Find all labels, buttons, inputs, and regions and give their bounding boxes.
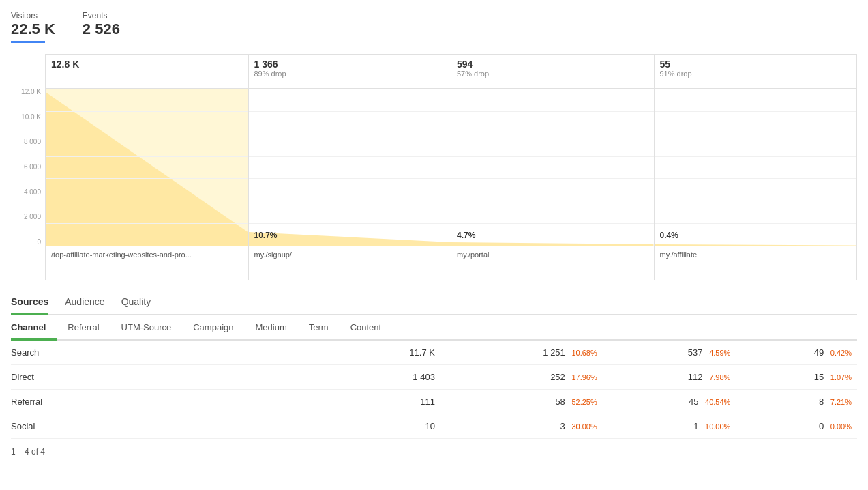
stage-2-value: 1 366 [254, 59, 446, 70]
col2-pct: 10.68% [571, 349, 597, 357]
grid-line-3 [46, 156, 248, 157]
channel-cell: Referral [11, 390, 349, 414]
grid-line-5b [249, 201, 451, 201]
stage-3-conv: 4.7% [457, 231, 475, 240]
grid-line-4c [451, 178, 654, 179]
stage-1-header: 12.8 K [46, 55, 248, 89]
stage-3-header: 594 57% drop [451, 55, 654, 89]
stage-4-chart: 0.4% [655, 89, 857, 246]
secondary-tabs: Channel Referral UTM-Source Campaign Med… [11, 315, 857, 341]
funnel-stage-3: 594 57% drop 4.7% my./portal [451, 55, 655, 280]
tab-utm-source[interactable]: UTM-Source [110, 315, 183, 339]
stage-1-chart [46, 89, 248, 246]
grid-line-2b [249, 134, 451, 134]
funnel-stage-1: 12.8 K /top-affiliate-marketin [46, 55, 249, 280]
grid-line-6 [46, 223, 248, 224]
tab-channel[interactable]: Channel [11, 315, 57, 339]
grid-line-3b [249, 156, 451, 157]
grid-line-5c [451, 201, 654, 201]
y-label-1: 10.0 K [21, 113, 41, 121]
y-label-3: 6 000 [24, 163, 41, 171]
grid-line-6d [655, 223, 857, 224]
stage-4-svg [655, 89, 857, 246]
stage-1-url: /top-affiliate-marketing-websites-and-pr… [46, 246, 248, 280]
svg-marker-3 [451, 242, 654, 246]
tab-content[interactable]: Content [340, 315, 393, 339]
col1-cell: 11.7 K [349, 341, 440, 365]
channel-cell: Social [11, 414, 349, 439]
stage-4-url: my./affiliate [655, 246, 857, 280]
visitors-stat: Visitors 22.5 K [11, 11, 55, 43]
table-row: Direct 1 403 252 17.96% 112 7.98% 15 1.0… [11, 365, 857, 390]
stage-3-value: 594 [457, 59, 648, 70]
col2-pct: 17.96% [571, 373, 597, 381]
channel-cell: Search [11, 341, 349, 365]
y-label-4: 4 000 [24, 188, 41, 196]
y-label-6: 0 [37, 238, 41, 246]
tab-audience[interactable]: Audience [65, 291, 104, 314]
primary-tabs: Sources Audience Quality [11, 291, 857, 315]
grid-line-4b [249, 178, 451, 179]
grid-line-1d [655, 111, 857, 112]
col2-pct: 30.00% [571, 422, 597, 431]
tab-term[interactable]: Term [298, 315, 340, 339]
col4-pct: 0.42% [830, 349, 852, 357]
stage-4-conv: 0.4% [660, 231, 678, 240]
col3-cell: 112 7.98% [603, 365, 736, 390]
stages-wrapper: 12.8 K /top-affiliate-marketin [45, 54, 857, 280]
stage-1-svg [46, 89, 248, 246]
col3-cell: 45 40.54% [603, 390, 736, 414]
funnel-stage-4: 55 91% drop 0.4% my./affiliate [655, 55, 857, 280]
tab-medium[interactable]: Medium [245, 315, 298, 339]
col2-cell: 252 17.96% [440, 365, 603, 390]
col4-pct: 1.07% [830, 373, 852, 381]
y-label-5: 2 000 [24, 213, 41, 220]
grid-line-2c [451, 134, 654, 134]
data-table: Search 11.7 K 1 251 10.68% 537 4.59% 49 … [11, 341, 857, 439]
col1-cell: 10 [349, 414, 440, 439]
col4-pct: 0.00% [830, 422, 852, 431]
col3-pct: 7.98% [709, 373, 730, 381]
table-row: Social 10 3 30.00% 1 10.00% 0 0.00% [11, 414, 857, 439]
grid-line-1c [451, 111, 654, 112]
col1-cell: 1 403 [349, 365, 440, 390]
y-label-2: 8 000 [24, 138, 41, 145]
funnel-stage-2: 1 366 89% drop 10.7% my./signup/ [249, 55, 452, 280]
grid-line-1b [249, 111, 451, 112]
grid-line-4d [655, 178, 857, 179]
col3-pct: 10.00% [705, 422, 730, 431]
stage-4-drop: 91% drop [660, 70, 852, 78]
table-row: Referral 111 58 52.25% 45 40.54% 8 7.21% [11, 390, 857, 414]
funnel-chart-wrapper: 12.0 K 10.0 K 8 000 6 000 4 000 2 000 0 … [11, 54, 857, 280]
events-value: 2 526 [83, 20, 120, 38]
visitors-value: 22.5 K [11, 20, 55, 38]
stage-3-svg [451, 89, 654, 246]
svg-marker-4 [655, 244, 857, 246]
stage-2-header: 1 366 89% drop [249, 55, 451, 89]
stage-2-drop: 89% drop [254, 70, 446, 78]
visitors-label: Visitors [11, 11, 55, 20]
col4-cell: 8 7.21% [736, 390, 857, 414]
col2-pct: 52.25% [571, 398, 597, 406]
svg-marker-2 [249, 232, 451, 246]
tab-campaign[interactable]: Campaign [182, 315, 244, 339]
grid-line-0d [655, 89, 857, 89]
stage-2-chart: 10.7% [249, 89, 451, 246]
table-row: Search 11.7 K 1 251 10.68% 537 4.59% 49 … [11, 341, 857, 365]
grid-line-3d [655, 156, 857, 157]
tab-quality[interactable]: Quality [121, 291, 151, 314]
y-label-0: 12.0 K [21, 88, 41, 96]
grid-line-2 [46, 134, 248, 134]
stage-4-value: 55 [660, 59, 852, 70]
stage-3-drop: 57% drop [457, 70, 648, 78]
grid-line-1 [46, 111, 248, 112]
header-stats: Visitors 22.5 K Events 2 526 [11, 11, 857, 43]
grid-line-4 [46, 178, 248, 179]
tab-sources[interactable]: Sources [11, 291, 48, 314]
col2-cell: 3 30.00% [440, 414, 603, 439]
grid-line-0b [249, 89, 451, 89]
tab-referral[interactable]: Referral [57, 315, 110, 339]
col1-cell: 111 [349, 390, 440, 414]
y-axis: 12.0 K 10.0 K 8 000 6 000 4 000 2 000 0 [11, 88, 45, 246]
col2-cell: 58 52.25% [440, 390, 603, 414]
